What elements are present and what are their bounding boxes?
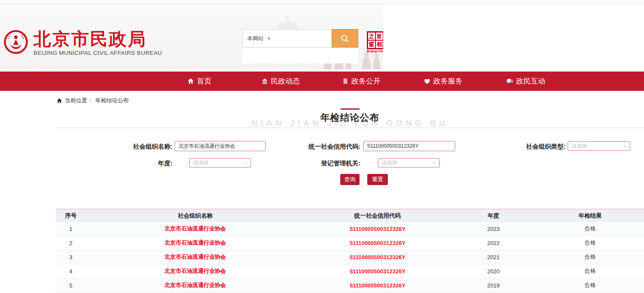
seal-caption: Beijing-China [367,50,383,53]
nav-label: 政民互动 [516,76,545,86]
chevron-down-icon: ∨ [623,144,626,148]
nav-label: 政务公开 [351,76,381,86]
org-type-select[interactable]: 请选择 ∨ [568,141,630,151]
table-row: 2 北京市石油流通行业协会 51110000500312326Y 2022 合格 [56,236,644,250]
row-year: 2023 [450,226,536,232]
org-name-link[interactable]: 北京市石油流通行业协会 [165,268,226,274]
search-scope-select[interactable]: 本网站 ∨ [243,30,275,47]
heart-icon [424,78,430,84]
year-select[interactable]: 请选择 ∨ [189,158,251,167]
org-name-link[interactable]: 北京市石油流通行业协会 [165,225,226,232]
home-icon [187,78,194,84]
search-icon [340,34,350,43]
nav-item-interaction[interactable]: 政民互动 [506,72,545,91]
chevron-down-icon: ∨ [433,161,436,165]
landmark-icon [262,78,268,84]
seal-char: 都 [375,40,383,48]
site-subtitle: BEIJING MUNICIPAL CIVIL AFFAIRS BUREAU [33,50,162,56]
nav-item-gov-services[interactable]: 政务服务 [424,72,463,91]
org-name-link[interactable]: 北京市石油流通行业协会 [165,254,226,260]
org-name-label: 社会组织名称: [99,143,172,151]
org-name-link[interactable]: 北京市石油流通行业协会 [165,239,226,246]
credit-code-link[interactable]: 51110000500312326Y [350,240,405,246]
credit-code-label: 统一社会信用代码: [275,143,360,151]
select-placeholder: 请选择 [193,159,209,167]
org-name-link[interactable]: 北京市石油流通行业协会 [165,282,226,288]
row-no: 5 [56,282,86,289]
reset-button[interactable]: 重置 [367,174,388,185]
row-year: 2019 [450,282,536,289]
page-title-block: NIAN JIAN JIE LUN GONG BU 年检结论公布 [56,107,644,128]
capital-window-seal[interactable]: 之 首 窗 都 Beijing-China [367,31,383,53]
search-input[interactable] [275,30,332,47]
row-no: 3 [56,254,86,260]
site-logo[interactable]: 北京市民政局 BEIJING MUNICIPAL CIVIL AFFAIRS B… [3,30,162,56]
list-icon [342,78,348,84]
search-bar: 本网站 ∨ [242,29,333,48]
credit-code-input[interactable] [363,141,455,151]
row-no: 2 [56,240,86,246]
row-result: 合格 [536,281,644,289]
breadcrumb-current[interactable]: 年检结论公布 [95,97,129,105]
row-result: 合格 [536,267,644,275]
chat-icon [506,78,513,84]
seal-char: 窗 [368,40,375,48]
credit-code-link[interactable]: 51110000500312326Y [350,268,405,275]
authority-select[interactable]: 请选择 ∨ [378,158,440,167]
main-nav: 首页 民政动态 政务公开 政务服务 政民互动 [0,72,644,91]
search-dropdown-panel [242,48,358,63]
site-title: 北京市民政局 [33,30,162,48]
table-header-row: 序号 社会组织名称 统一社会信用代码 年度 年检结果 [56,209,644,222]
col-header-name: 社会组织名称 [86,212,305,220]
search-scope-label: 本网站 [247,35,264,42]
chevron-down-icon: ∨ [267,36,271,40]
row-no: 4 [56,268,86,275]
nav-label: 政务服务 [433,76,463,86]
row-result: 合格 [536,239,644,247]
header: 北京市民政局 BEIJING MUNICIPAL CIVIL AFFAIRS B… [0,5,383,69]
breadcrumb: 当前位置： 年检结论公布 [57,97,129,105]
seal-grid: 之 首 窗 都 [367,31,383,49]
search-button[interactable] [332,29,358,48]
page-title: 年检结论公布 [56,111,644,124]
select-placeholder: 请选择 [382,159,397,167]
row-year: 2020 [450,268,536,275]
seal-char: 首 [375,32,383,40]
civil-affairs-emblem-icon [3,30,28,54]
nav-label: 民政动态 [271,76,300,86]
org-type-label: 社会组织类型: [501,143,565,151]
col-header-year: 年度 [450,212,536,220]
top-strip [0,0,644,4]
nav-item-home[interactable]: 首页 [187,72,212,91]
breadcrumb-label: 当前位置： [65,97,93,105]
seal-char: 之 [368,32,375,40]
credit-code-link[interactable]: 51110000500312326Y [350,254,405,260]
row-result: 合格 [536,225,644,233]
credit-code-link[interactable]: 51110000500312326Y [350,226,405,232]
col-header-code: 统一社会信用代码 [305,212,450,220]
row-result: 合格 [536,253,644,261]
home-icon [57,98,62,104]
col-header-result: 年检结果 [536,212,644,220]
table-row: 3 北京市石油流通行业协会 51110000500312326Y 2021 合格 [56,250,644,264]
query-button[interactable]: 查询 [340,174,360,185]
nav-label: 首页 [197,76,212,86]
col-header-no: 序号 [56,212,86,220]
site-logo-text: 北京市民政局 BEIJING MUNICIPAL CIVIL AFFAIRS B… [33,30,162,56]
org-name-input[interactable] [175,141,266,151]
chevron-down-icon: ∨ [244,161,247,165]
table-row: 1 北京市石油流通行业协会 51110000500312326Y 2023 合格 [56,222,644,236]
year-label: 年度: [129,159,172,167]
nav-item-civil-news[interactable]: 民政动态 [262,72,300,91]
select-placeholder: 请选择 [571,143,587,150]
row-year: 2021 [450,254,536,260]
results-table: 序号 社会组织名称 统一社会信用代码 年度 年检结果 1 北京市石油流通行业协会… [56,209,644,293]
row-year: 2022 [450,240,536,246]
credit-code-link[interactable]: 51110000500312326Y [350,282,405,289]
row-no: 1 [56,226,86,232]
nav-item-gov-disclosure[interactable]: 政务公开 [342,72,381,91]
table-row: 4 北京市石油流通行业协会 51110000500312326Y 2020 合格 [56,264,644,278]
table-row: 5 北京市石油流通行业协会 51110000500312326Y 2019 合格 [56,278,644,293]
title-accent-line [341,108,360,110]
page: 北京市民政局 BEIJING MUNICIPAL CIVIL AFFAIRS B… [0,0,644,293]
